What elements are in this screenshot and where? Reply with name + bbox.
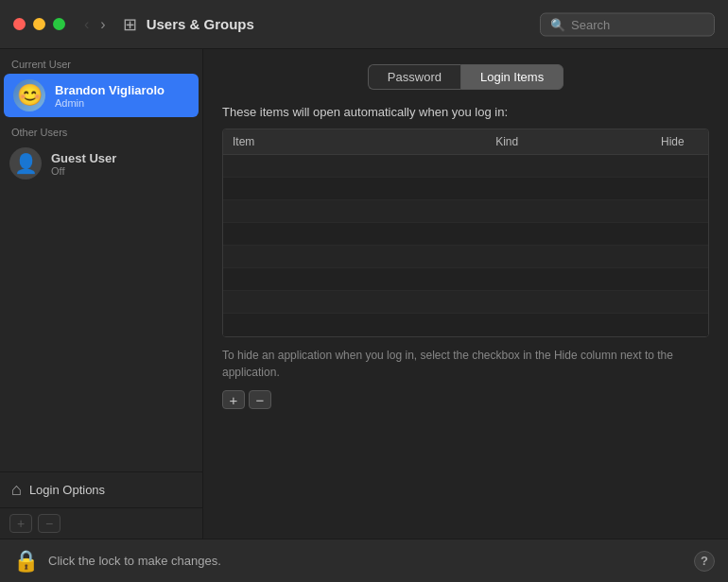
help-button[interactable]: ?: [694, 551, 715, 572]
cell-hide-6: [651, 278, 708, 282]
avatar: 😊: [13, 79, 45, 111]
table-row: [223, 178, 708, 200]
cell-kind-2: [486, 187, 651, 191]
cell-item-3: [223, 210, 486, 214]
guest-info: Guest User Off: [51, 151, 116, 177]
person-icon: 👤: [14, 152, 38, 175]
cell-kind-4: [486, 232, 651, 236]
add-remove-row: + −: [203, 386, 728, 419]
search-icon: 🔍: [550, 17, 565, 31]
window-title: Users & Groups: [147, 16, 254, 32]
table-row: [223, 200, 708, 223]
cell-hide-7: [651, 300, 708, 304]
cell-kind-7: [486, 300, 651, 304]
table-row: [223, 155, 708, 178]
guest-user-item[interactable]: 👤 Guest User Off: [0, 142, 202, 185]
cell-kind-5: [486, 255, 651, 259]
cell-item-1: [223, 164, 486, 168]
right-panel: Password Login Items These items will op…: [203, 49, 728, 539]
table-row: [223, 314, 708, 336]
search-box: 🔍: [540, 12, 715, 36]
remove-login-item-button[interactable]: −: [249, 390, 271, 409]
column-header-item: Item: [223, 133, 486, 150]
user-info: Brandon Vigliarolo Admin: [55, 83, 165, 109]
sidebar-buttons: + −: [0, 507, 202, 539]
cell-kind-3: [486, 210, 651, 214]
lock-icon[interactable]: 🔒: [13, 549, 39, 573]
cell-item-2: [223, 187, 486, 191]
table-row: [223, 268, 708, 291]
table-header: Item Kind Hide: [223, 129, 708, 155]
cell-hide-5: [651, 255, 708, 259]
close-button[interactable]: [13, 18, 26, 30]
cell-item-4: [223, 232, 486, 236]
cell-kind-8: [486, 323, 651, 327]
traffic-lights: [13, 18, 65, 30]
nav-arrows: ‹ ›: [80, 15, 110, 34]
guest-avatar: 👤: [9, 147, 42, 180]
cell-hide-3: [651, 210, 708, 214]
search-input[interactable]: [571, 17, 704, 31]
column-header-hide: Hide: [651, 133, 708, 150]
login-items-table: Item Kind Hide: [222, 128, 709, 337]
table-row: [223, 246, 708, 268]
grid-icon[interactable]: ⊞: [123, 14, 137, 35]
user-role: Admin: [55, 97, 165, 109]
avatar-face-icon: 😊: [17, 83, 43, 108]
cell-item-7: [223, 300, 486, 304]
sidebar: Current User 😊 Brandon Vigliarolo Admin …: [0, 49, 203, 539]
tabs-row: Password Login Items: [203, 49, 728, 101]
house-icon: ⌂: [11, 480, 22, 500]
tab-password[interactable]: Password: [368, 64, 460, 90]
login-options-item[interactable]: ⌂ Login Options: [0, 471, 202, 507]
current-user-item[interactable]: 😊 Brandon Vigliarolo Admin: [4, 74, 199, 117]
lock-text: Click the lock to make changes.: [48, 554, 221, 568]
hint-text: To hide an application when you log in, …: [203, 337, 728, 386]
login-options-label: Login Options: [29, 483, 105, 497]
guest-user-status: Off: [51, 165, 116, 177]
panel-description: These items will open automatically when…: [203, 101, 728, 128]
cell-hide-1: [651, 164, 708, 168]
cell-hide-2: [651, 187, 708, 191]
cell-item-5: [223, 255, 486, 259]
table-row: [223, 223, 708, 246]
bottom-bar: 🔒 Click the lock to make changes. ?: [0, 539, 728, 582]
cell-kind-6: [486, 278, 651, 282]
sidebar-remove-button[interactable]: −: [38, 514, 61, 533]
minimize-button[interactable]: [33, 18, 45, 30]
current-user-label: Current User: [0, 49, 202, 74]
add-login-item-button[interactable]: +: [222, 390, 245, 409]
forward-button[interactable]: ›: [96, 15, 109, 34]
table-row: [223, 291, 708, 314]
title-bar: ‹ › ⊞ Users & Groups 🔍: [0, 0, 728, 49]
maximize-button[interactable]: [53, 18, 65, 30]
column-header-kind: Kind: [486, 133, 651, 150]
sidebar-add-button[interactable]: +: [9, 514, 32, 533]
other-users-label: Other Users: [0, 117, 202, 142]
table-rows: [223, 155, 708, 336]
user-name: Brandon Vigliarolo: [55, 83, 165, 97]
main-content: Current User 😊 Brandon Vigliarolo Admin …: [0, 49, 728, 539]
cell-hide-8: [651, 323, 708, 327]
cell-item-6: [223, 278, 486, 282]
tab-login-items[interactable]: Login Items: [460, 64, 563, 90]
back-button[interactable]: ‹: [80, 15, 93, 34]
guest-user-name: Guest User: [51, 151, 116, 165]
cell-item-8: [223, 323, 486, 327]
cell-kind-1: [486, 164, 651, 168]
cell-hide-4: [651, 232, 708, 236]
